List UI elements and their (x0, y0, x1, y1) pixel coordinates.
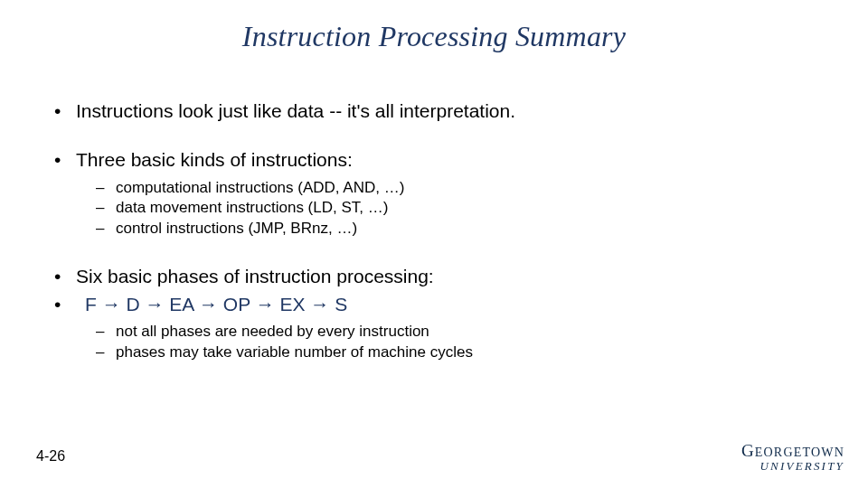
slide-content: Instructions look just like data -- it's… (54, 99, 814, 389)
slide: Instruction Processing Summary Instructi… (0, 0, 868, 488)
logo-smallcaps: EORGETOWN (755, 446, 844, 459)
sub-bullet-text: data movement instructions (LD, ST, …) (116, 199, 388, 216)
bullet-text: Three basic kinds of instructions: (76, 149, 353, 170)
bullet-text: Six basic phases of instruction processi… (76, 266, 434, 286)
sub-bullet-item: phases may take variable number of machi… (96, 343, 814, 363)
bullet-item: F → D → EA → OP → EX → S not all phases … (54, 293, 814, 363)
sub-bullet-list: computational instructions (ADD, AND, …)… (96, 178, 814, 240)
logo-line2: UNIVERSITY (741, 460, 844, 472)
sub-bullet-text: computational instructions (ADD, AND, …) (116, 179, 404, 196)
georgetown-logo: GEORGETOWN UNIVERSITY (741, 442, 844, 472)
slide-title: Instruction Processing Summary (0, 0, 868, 53)
bullet-text: Instructions look just like data -- it's… (76, 100, 515, 121)
sub-bullet-list: not all phases are needed by every instr… (96, 322, 814, 363)
bullet-item: Six basic phases of instruction processi… (54, 265, 814, 288)
sub-bullet-text: control instructions (JMP, BRnz, …) (116, 220, 357, 237)
sub-bullet-item: computational instructions (ADD, AND, …) (96, 178, 814, 199)
bullet-list: Instructions look just like data -- it's… (54, 99, 814, 363)
phase-sequence: F → D → EA → OP → EX → S (76, 294, 347, 314)
logo-line1: GEORGETOWN (741, 442, 844, 459)
sub-bullet-item: data movement instructions (LD, ST, …) (96, 198, 814, 219)
sub-bullet-item: control instructions (JMP, BRnz, …) (96, 219, 814, 239)
sub-bullet-text: not all phases are needed by every instr… (116, 323, 429, 340)
page-number: 4-26 (36, 448, 65, 465)
sub-bullet-item: not all phases are needed by every instr… (96, 322, 814, 343)
bullet-item: Instructions look just like data -- it's… (54, 99, 814, 123)
sub-bullet-text: phases may take variable number of machi… (116, 343, 473, 361)
logo-initial: G (741, 441, 755, 460)
bullet-item: Three basic kinds of instructions: compu… (54, 148, 814, 239)
